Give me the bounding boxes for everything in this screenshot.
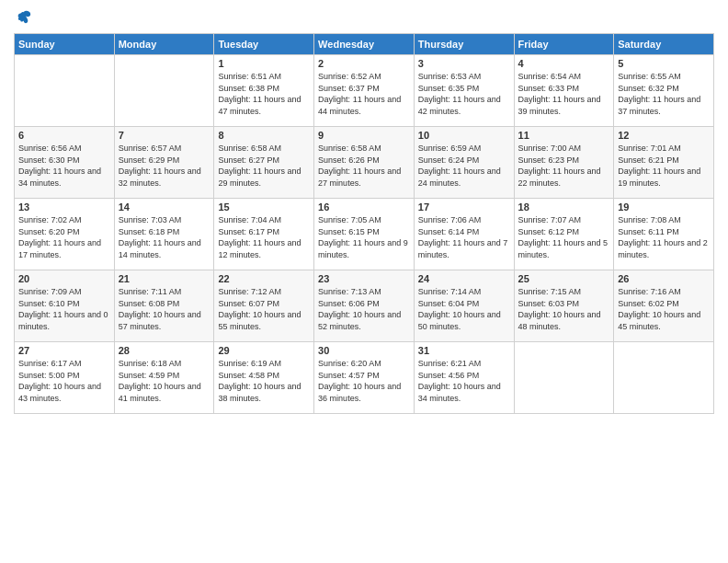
day-info: Sunrise: 7:07 AM Sunset: 6:12 PM Dayligh… bbox=[518, 214, 610, 260]
calendar-cell: 11Sunrise: 7:00 AM Sunset: 6:23 PM Dayli… bbox=[514, 127, 614, 199]
day-info: Sunrise: 7:09 AM Sunset: 6:10 PM Dayligh… bbox=[18, 286, 110, 332]
day-info: Sunrise: 7:06 AM Sunset: 6:14 PM Dayligh… bbox=[418, 214, 510, 260]
day-info: Sunrise: 6:19 AM Sunset: 4:58 PM Dayligh… bbox=[218, 358, 310, 404]
day-info: Sunrise: 7:14 AM Sunset: 6:04 PM Dayligh… bbox=[418, 286, 510, 332]
day-number: 18 bbox=[518, 201, 610, 213]
day-number: 22 bbox=[218, 273, 310, 284]
day-info: Sunrise: 6:53 AM Sunset: 6:35 PM Dayligh… bbox=[418, 71, 510, 117]
day-info: Sunrise: 6:56 AM Sunset: 6:30 PM Dayligh… bbox=[18, 143, 110, 189]
day-number: 9 bbox=[318, 130, 410, 141]
day-number: 6 bbox=[18, 130, 110, 141]
weekday-header-wednesday: Wednesday bbox=[314, 34, 415, 55]
calendar-cell: 24Sunrise: 7:14 AM Sunset: 6:04 PM Dayli… bbox=[414, 270, 514, 342]
weekday-header-saturday: Saturday bbox=[614, 34, 714, 55]
calendar-cell: 9Sunrise: 6:58 AM Sunset: 6:26 PM Daylig… bbox=[314, 127, 415, 199]
calendar-cell bbox=[114, 55, 214, 127]
calendar-cell bbox=[514, 342, 614, 414]
day-info: Sunrise: 6:20 AM Sunset: 4:57 PM Dayligh… bbox=[318, 358, 410, 404]
day-number: 7 bbox=[119, 130, 210, 141]
day-number: 14 bbox=[119, 201, 210, 213]
calendar-cell: 5Sunrise: 6:55 AM Sunset: 6:32 PM Daylig… bbox=[614, 55, 714, 127]
day-number: 26 bbox=[618, 273, 710, 284]
calendar-cell: 16Sunrise: 7:05 AM Sunset: 6:15 PM Dayli… bbox=[314, 199, 415, 270]
day-number: 10 bbox=[418, 130, 510, 141]
calendar-cell: 13Sunrise: 7:02 AM Sunset: 6:20 PM Dayli… bbox=[15, 199, 115, 270]
calendar-cell: 12Sunrise: 7:01 AM Sunset: 6:21 PM Dayli… bbox=[614, 127, 714, 199]
weekday-header-thursday: Thursday bbox=[414, 34, 514, 55]
day-info: Sunrise: 6:58 AM Sunset: 6:26 PM Dayligh… bbox=[318, 143, 410, 189]
day-info: Sunrise: 6:51 AM Sunset: 6:38 PM Dayligh… bbox=[218, 71, 310, 117]
calendar-cell: 29Sunrise: 6:19 AM Sunset: 4:58 PM Dayli… bbox=[214, 342, 314, 414]
day-info: Sunrise: 7:05 AM Sunset: 6:15 PM Dayligh… bbox=[318, 214, 410, 260]
calendar-table: SundayMondayTuesdayWednesdayThursdayFrid… bbox=[14, 33, 714, 414]
calendar-cell: 6Sunrise: 6:56 AM Sunset: 6:30 PM Daylig… bbox=[15, 127, 115, 199]
day-number: 20 bbox=[18, 273, 110, 284]
day-number: 2 bbox=[318, 58, 410, 69]
calendar-week-row: 6Sunrise: 6:56 AM Sunset: 6:30 PM Daylig… bbox=[15, 127, 714, 199]
calendar-cell: 7Sunrise: 6:57 AM Sunset: 6:29 PM Daylig… bbox=[114, 127, 214, 199]
weekday-header-friday: Friday bbox=[514, 34, 614, 55]
weekday-header-row: SundayMondayTuesdayWednesdayThursdayFrid… bbox=[15, 34, 714, 55]
day-info: Sunrise: 6:57 AM Sunset: 6:29 PM Dayligh… bbox=[119, 143, 210, 189]
day-info: Sunrise: 7:13 AM Sunset: 6:06 PM Dayligh… bbox=[318, 286, 410, 332]
day-info: Sunrise: 6:17 AM Sunset: 5:00 PM Dayligh… bbox=[18, 358, 110, 404]
calendar-cell: 27Sunrise: 6:17 AM Sunset: 5:00 PM Dayli… bbox=[15, 342, 115, 414]
day-number: 1 bbox=[218, 58, 310, 69]
logo-text bbox=[14, 9, 32, 26]
calendar-week-row: 27Sunrise: 6:17 AM Sunset: 5:00 PM Dayli… bbox=[15, 342, 714, 414]
calendar-cell: 22Sunrise: 7:12 AM Sunset: 6:07 PM Dayli… bbox=[214, 270, 314, 342]
day-info: Sunrise: 7:08 AM Sunset: 6:11 PM Dayligh… bbox=[618, 214, 710, 260]
calendar-week-row: 1Sunrise: 6:51 AM Sunset: 6:38 PM Daylig… bbox=[15, 55, 714, 127]
calendar-cell: 17Sunrise: 7:06 AM Sunset: 6:14 PM Dayli… bbox=[414, 199, 514, 270]
day-info: Sunrise: 6:59 AM Sunset: 6:24 PM Dayligh… bbox=[418, 143, 510, 189]
calendar-cell: 23Sunrise: 7:13 AM Sunset: 6:06 PM Dayli… bbox=[314, 270, 415, 342]
day-number: 13 bbox=[18, 201, 110, 213]
header bbox=[14, 9, 714, 26]
day-number: 11 bbox=[518, 130, 610, 141]
logo-bird-icon bbox=[16, 9, 32, 26]
day-info: Sunrise: 6:54 AM Sunset: 6:33 PM Dayligh… bbox=[518, 71, 610, 117]
day-info: Sunrise: 7:12 AM Sunset: 6:07 PM Dayligh… bbox=[218, 286, 310, 332]
calendar-cell: 2Sunrise: 6:52 AM Sunset: 6:37 PM Daylig… bbox=[314, 55, 415, 127]
calendar-cell: 3Sunrise: 6:53 AM Sunset: 6:35 PM Daylig… bbox=[414, 55, 514, 127]
day-number: 4 bbox=[518, 58, 610, 69]
calendar-cell: 15Sunrise: 7:04 AM Sunset: 6:17 PM Dayli… bbox=[214, 199, 314, 270]
day-number: 21 bbox=[119, 273, 210, 284]
day-number: 29 bbox=[218, 345, 310, 356]
day-number: 27 bbox=[18, 345, 110, 356]
day-number: 25 bbox=[518, 273, 610, 284]
calendar-week-row: 13Sunrise: 7:02 AM Sunset: 6:20 PM Dayli… bbox=[15, 199, 714, 270]
calendar-cell: 26Sunrise: 7:16 AM Sunset: 6:02 PM Dayli… bbox=[614, 270, 714, 342]
day-info: Sunrise: 7:02 AM Sunset: 6:20 PM Dayligh… bbox=[18, 214, 110, 260]
calendar-cell: 1Sunrise: 6:51 AM Sunset: 6:38 PM Daylig… bbox=[214, 55, 314, 127]
day-number: 31 bbox=[418, 345, 510, 356]
page-container: SundayMondayTuesdayWednesdayThursdayFrid… bbox=[0, 0, 728, 419]
weekday-header-tuesday: Tuesday bbox=[214, 34, 314, 55]
day-number: 8 bbox=[218, 130, 310, 141]
calendar-cell: 4Sunrise: 6:54 AM Sunset: 6:33 PM Daylig… bbox=[514, 55, 614, 127]
day-number: 24 bbox=[418, 273, 510, 284]
day-info: Sunrise: 7:11 AM Sunset: 6:08 PM Dayligh… bbox=[119, 286, 210, 332]
calendar-cell: 31Sunrise: 6:21 AM Sunset: 4:56 PM Dayli… bbox=[414, 342, 514, 414]
day-info: Sunrise: 7:16 AM Sunset: 6:02 PM Dayligh… bbox=[618, 286, 710, 332]
day-info: Sunrise: 7:15 AM Sunset: 6:03 PM Dayligh… bbox=[518, 286, 610, 332]
day-number: 16 bbox=[318, 201, 410, 213]
day-number: 5 bbox=[618, 58, 710, 69]
calendar-cell: 8Sunrise: 6:58 AM Sunset: 6:27 PM Daylig… bbox=[214, 127, 314, 199]
day-number: 15 bbox=[218, 201, 310, 213]
day-number: 12 bbox=[618, 130, 710, 141]
day-info: Sunrise: 7:03 AM Sunset: 6:18 PM Dayligh… bbox=[119, 214, 210, 260]
day-number: 19 bbox=[618, 201, 710, 213]
day-number: 3 bbox=[418, 58, 510, 69]
day-info: Sunrise: 7:00 AM Sunset: 6:23 PM Dayligh… bbox=[518, 143, 610, 189]
day-number: 23 bbox=[318, 273, 410, 284]
calendar-cell: 10Sunrise: 6:59 AM Sunset: 6:24 PM Dayli… bbox=[414, 127, 514, 199]
calendar-cell: 18Sunrise: 7:07 AM Sunset: 6:12 PM Dayli… bbox=[514, 199, 614, 270]
calendar-cell: 28Sunrise: 6:18 AM Sunset: 4:59 PM Dayli… bbox=[114, 342, 214, 414]
day-info: Sunrise: 7:01 AM Sunset: 6:21 PM Dayligh… bbox=[618, 143, 710, 189]
day-info: Sunrise: 6:18 AM Sunset: 4:59 PM Dayligh… bbox=[119, 358, 210, 404]
day-info: Sunrise: 6:52 AM Sunset: 6:37 PM Dayligh… bbox=[318, 71, 410, 117]
logo bbox=[14, 9, 32, 26]
calendar-cell: 21Sunrise: 7:11 AM Sunset: 6:08 PM Dayli… bbox=[114, 270, 214, 342]
day-number: 30 bbox=[318, 345, 410, 356]
